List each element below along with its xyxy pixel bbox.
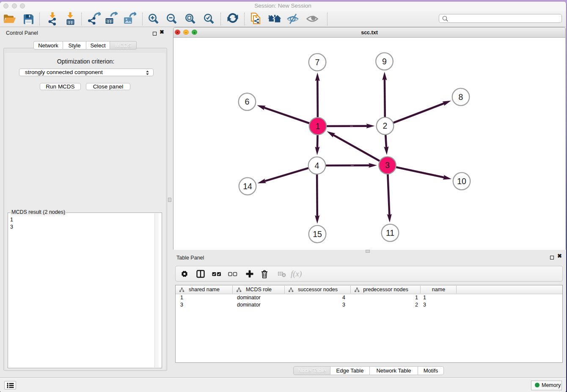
svg-text:4: 4 xyxy=(315,161,319,170)
svg-text:11: 11 xyxy=(386,228,394,237)
svg-text:7: 7 xyxy=(315,58,320,67)
svg-text:9: 9 xyxy=(382,57,387,66)
svg-text:6: 6 xyxy=(245,97,250,106)
svg-text:2: 2 xyxy=(383,121,388,130)
svg-text:15: 15 xyxy=(313,229,322,239)
svg-text:8: 8 xyxy=(459,92,463,102)
svg-text:14: 14 xyxy=(243,182,252,191)
svg-text:3: 3 xyxy=(385,160,390,170)
svg-text:10: 10 xyxy=(457,177,466,186)
svg-text:1: 1 xyxy=(316,121,320,131)
